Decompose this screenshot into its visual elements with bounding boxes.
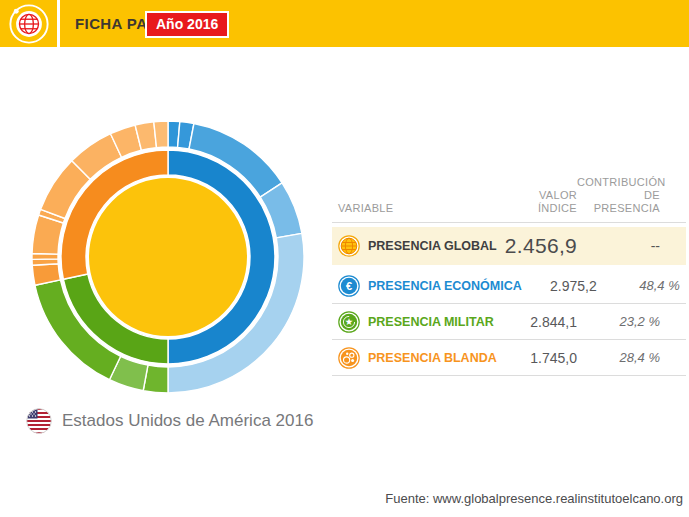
euro-icon: €: [338, 275, 360, 297]
svg-text:€: €: [346, 280, 352, 292]
variable-label: PRESENCIA BLANDA: [368, 351, 497, 365]
col-header-variable: VARIABLE: [332, 202, 502, 215]
ficha-pais-page: FICHA PAÍS Año 2016: [0, 0, 689, 517]
logo-box: [0, 0, 57, 47]
variable-label: PRESENCIA MILITAR: [368, 315, 494, 329]
sunburst-center: [88, 177, 248, 337]
us-flag-icon: [26, 408, 52, 434]
table-row-presencia-blanda: PRESENCIA BLANDA 1.745,0 28,4 %: [332, 340, 686, 376]
app-header: FICHA PAÍS Año 2016: [0, 0, 689, 47]
contribucion-cell: 28,4 %: [577, 350, 660, 365]
sunburst-chart: [18, 107, 318, 407]
variable-label: PRESENCIA GLOBAL: [368, 239, 497, 253]
valor-indice-cell: 2.456,9: [502, 234, 577, 258]
header-divider: [57, 0, 60, 47]
star-icon: ★: [338, 311, 360, 333]
table-header-row: VARIABLE VALOR ÍNDICE CONTRIBUCIÓN DE PR…: [332, 176, 686, 223]
contribucion-cell: 23,2 %: [577, 314, 660, 329]
valor-indice-cell: 2.975,2: [522, 278, 597, 294]
globe-logo-icon: [8, 3, 50, 45]
contribucion-cell: --: [577, 238, 660, 254]
country-caption-label: Estados Unidos de América 2016: [62, 411, 313, 431]
globe-icon: [338, 235, 360, 257]
dots-icon: [338, 347, 360, 369]
year-badge: Año 2016: [145, 11, 229, 38]
variable-cell: PRESENCIA BLANDA: [332, 347, 502, 369]
table-row-presencia-militar: ★ PRESENCIA MILITAR 2.844,1 23,2 %: [332, 304, 686, 340]
table-body: € PRESENCIA ECONÓMICA 2.975,2 48,4 % ★ P…: [332, 268, 686, 376]
contribucion-cell: 48,4 %: [597, 278, 680, 293]
table-row-presencia-economica: € PRESENCIA ECONÓMICA 2.975,2 48,4 %: [332, 268, 686, 304]
source-link[interactable]: Fuente: www.globalpresence.realinstituto…: [385, 491, 683, 506]
col-header-contribucion: CONTRIBUCIÓN DE PRESENCIA: [577, 176, 660, 215]
variable-cell: PRESENCIA GLOBAL: [332, 235, 502, 257]
sunburst-outer-segment: [154, 121, 168, 148]
col-header-valor-indice: VALOR ÍNDICE: [502, 189, 577, 215]
valor-indice-cell: 2.844,1: [502, 314, 577, 330]
valor-indice-cell: 1.745,0: [502, 350, 577, 366]
table-row-presencia-global: PRESENCIA GLOBAL 2.456,9 --: [332, 227, 686, 265]
country-caption: Estados Unidos de América 2016: [26, 408, 313, 434]
presence-table: VARIABLE VALOR ÍNDICE CONTRIBUCIÓN DE PR…: [332, 176, 686, 376]
variable-cell: ★ PRESENCIA MILITAR: [332, 311, 502, 333]
svg-text:★: ★: [345, 316, 354, 327]
variable-label: PRESENCIA ECONÓMICA: [368, 279, 522, 293]
variable-cell: € PRESENCIA ECONÓMICA: [332, 275, 522, 297]
sunburst-svg: [18, 107, 318, 407]
